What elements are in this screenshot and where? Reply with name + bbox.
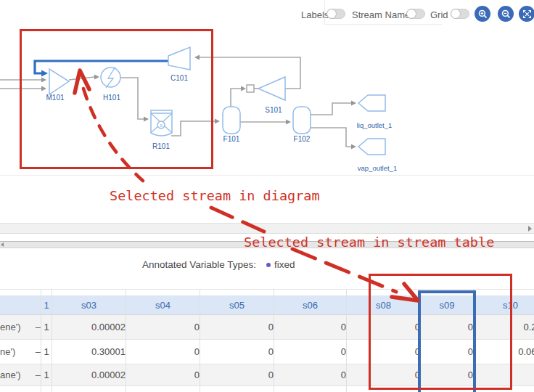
- table-row: ane') – 1 0.00002 0 0 0 0 0: [0, 364, 534, 386]
- grid-toggle-label: Grid: [430, 9, 448, 20]
- table-note-text: Selected stream in stream table: [244, 234, 494, 250]
- table-row: ne') – 1 0.30001 0 0 0 0 0 0.0625: [0, 340, 534, 364]
- unit-flash-f101[interactable]: [223, 107, 240, 134]
- scroll-left-icon[interactable]: [1, 242, 4, 247]
- unit-outlet-liq[interactable]: [358, 95, 385, 111]
- stream-cell[interactable]: 0: [274, 315, 347, 340]
- stream-cell[interactable]: 0: [274, 364, 347, 386]
- row-label: ane'): [0, 364, 29, 386]
- toggle-knob: [451, 9, 460, 18]
- unit-outlet-vap[interactable]: [358, 139, 385, 155]
- units-header: [29, 295, 41, 315]
- stream-cell[interactable]: 0.204: [474, 315, 534, 340]
- stream-cell[interactable]: 0: [421, 315, 474, 340]
- unit-label: R101: [152, 142, 170, 150]
- stream-cell[interactable]: 0: [347, 340, 421, 364]
- reactor-glyph: s: [160, 122, 163, 128]
- stream-r101-f101[interactable]: [171, 121, 215, 136]
- stream-names-toggle-label: Stream Names: [352, 9, 415, 20]
- stream-cell[interactable]: 0: [200, 364, 274, 386]
- stream-cell[interactable]: 0: [200, 315, 274, 340]
- diagram-panel-edge: [0, 175, 534, 176]
- row-label-header: [0, 295, 29, 315]
- row-units: –: [29, 315, 41, 340]
- stream-column-header[interactable]: 1: [41, 295, 52, 315]
- toggle-knob: [407, 9, 416, 18]
- arrow-dashes-table: [292, 249, 396, 292]
- stream-cell[interactable]: 1: [41, 315, 52, 340]
- stream-names-toggle[interactable]: [406, 9, 425, 19]
- stream-table-header-row: 1 s03 s04 s05 s06 s08 s09 s10: [0, 295, 534, 315]
- stream-column-header[interactable]: s10: [474, 295, 534, 315]
- stream-cell[interactable]: 0: [347, 315, 421, 340]
- unit-label: F101: [223, 135, 240, 143]
- stream-f101-s101[interactable]: [231, 89, 241, 107]
- stream-cell[interactable]: 0: [126, 364, 200, 386]
- fixed-type-dot-icon: [266, 263, 271, 267]
- stream-cell[interactable]: 0: [421, 340, 474, 364]
- row-units: –: [29, 340, 41, 364]
- labels-toggle[interactable]: [326, 9, 345, 19]
- stream-cell[interactable]: 0: [126, 340, 200, 364]
- labels-toggle-label: Labels: [301, 9, 329, 20]
- unit-flash-f102[interactable]: [293, 107, 311, 134]
- annotated-types-label: Annotated Variable Types:: [142, 259, 256, 270]
- scroll-right-icon[interactable]: [528, 226, 532, 232]
- stream-cell[interactable]: 0.00002: [52, 315, 126, 340]
- unit-label: C101: [171, 74, 188, 82]
- horizontal-scrollbar[interactable]: [0, 223, 534, 234]
- grid-toggle[interactable]: [451, 9, 469, 19]
- stream-cell[interactable]: 0: [274, 340, 347, 364]
- stream-cell[interactable]: 0: [421, 364, 474, 386]
- unit-label: M101: [46, 94, 64, 102]
- unit-heater-h101[interactable]: [101, 67, 120, 88]
- row-label: ne'): [0, 340, 29, 364]
- zoom-out-icon: [501, 9, 511, 19]
- unit-label: liq_outlet_1: [357, 121, 393, 129]
- stream-column-header[interactable]: s03: [52, 295, 126, 315]
- splitter-port: [247, 85, 254, 92]
- stream-table: 1 s03 s04 s05 s06 s08 s09 s10 ene') – 1 …: [0, 289, 534, 392]
- table-scroll-gap: [0, 290, 534, 295]
- stream-column-header[interactable]: s05: [200, 295, 274, 315]
- stream-f102-liq[interactable]: [311, 103, 351, 115]
- unit-reactor-r101[interactable]: s: [151, 110, 172, 136]
- stream-cell[interactable]: 1: [41, 340, 52, 364]
- zoom-fit-icon: [522, 9, 532, 19]
- unit-label: H101: [103, 94, 120, 102]
- stream-cell[interactable]: 0.30001: [52, 340, 126, 364]
- stream-cell[interactable]: 0: [347, 364, 421, 386]
- unit-compressor-c101[interactable]: [168, 47, 190, 70]
- toggle-knob: [327, 9, 336, 18]
- unit-label: F102: [294, 135, 311, 143]
- stream-m101-h101[interactable]: [69, 77, 94, 80]
- annotated-variable-types: Annotated Variable Types: fixed: [142, 259, 295, 270]
- zoom-in-button[interactable]: [475, 6, 490, 22]
- stream-h101-r101[interactable]: [120, 78, 144, 119]
- unit-label: S101: [265, 106, 282, 114]
- zoom-in-icon: [478, 9, 488, 19]
- row-units: –: [29, 364, 41, 386]
- zoom-fit-button[interactable]: [519, 6, 534, 22]
- stream-column-header[interactable]: s04: [126, 295, 200, 315]
- diagram-note-text: Selected stream in diagram: [110, 188, 320, 203]
- stream-cell[interactable]: 0: [200, 340, 274, 364]
- stream-cell[interactable]: 0: [126, 315, 200, 340]
- table-row: ene') – 1 0.00002 0 0 0 0 0 0.204: [0, 315, 534, 340]
- unit-label: vap_outlet_1: [358, 164, 397, 172]
- unit-mixer-m101[interactable]: [49, 69, 69, 94]
- diagram-toolbar: Labels Stream Names Grid: [295, 4, 534, 25]
- zoom-out-button[interactable]: [498, 6, 514, 22]
- stream-column-header[interactable]: s06: [274, 295, 347, 315]
- stream-f102-vap[interactable]: [311, 128, 351, 147]
- table-row: [0, 386, 534, 392]
- fixed-type-label: fixed: [274, 259, 295, 270]
- stream-cell[interactable]: [474, 364, 534, 386]
- stream-cell[interactable]: 0.00002: [52, 364, 126, 386]
- stream-cell[interactable]: 0.0625: [474, 340, 534, 364]
- unit-splitter-s101[interactable]: [258, 77, 285, 100]
- stream-column-header[interactable]: s08: [347, 295, 421, 315]
- stream-column-header[interactable]: s09: [421, 295, 474, 315]
- unit-labels: M101 H101 C101 R101 F101 S101 F102 liq_o…: [46, 74, 397, 172]
- stream-cell[interactable]: 1: [41, 364, 52, 386]
